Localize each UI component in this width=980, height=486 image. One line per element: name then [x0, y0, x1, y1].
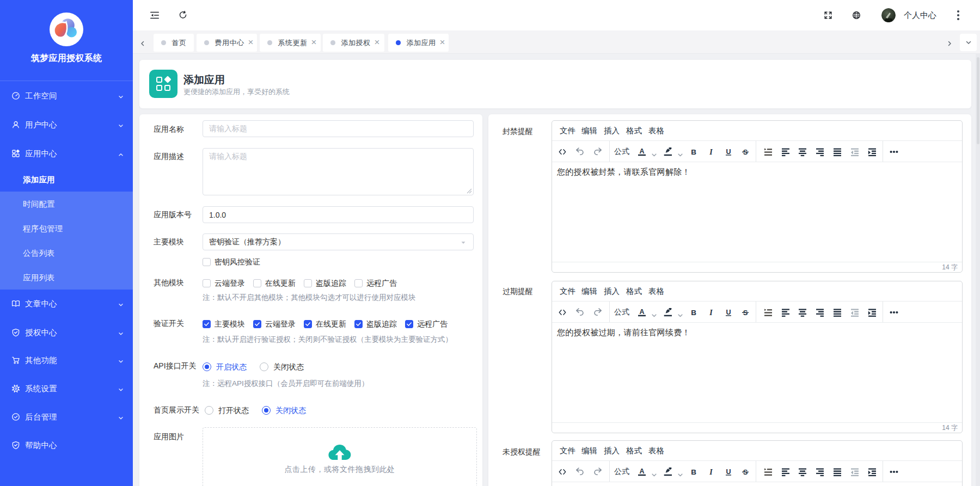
svg-text:U: U [726, 308, 731, 316]
svg-text:U: U [726, 147, 731, 155]
svg-text:B: B [691, 147, 696, 156]
svg-text:U: U [726, 467, 731, 475]
svg-text:I: I [709, 308, 713, 316]
svg-text:A: A [639, 467, 644, 475]
svg-text:A: A [639, 308, 644, 316]
svg-text:A: A [639, 147, 644, 155]
svg-text:B: B [691, 308, 696, 316]
svg-text:I: I [709, 467, 713, 476]
svg-text:I: I [709, 147, 713, 156]
svg-text:B: B [691, 467, 696, 476]
